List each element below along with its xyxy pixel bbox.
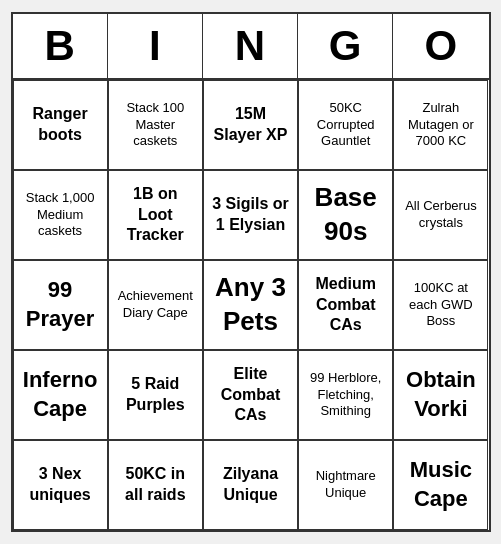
- bingo-cell-22: Zilyana Unique: [203, 440, 298, 530]
- bingo-letter-o: O: [393, 14, 488, 78]
- bingo-cell-7: 3 Sigils or 1 Elysian: [203, 170, 298, 260]
- bingo-cell-6: 1B on Loot Tracker: [108, 170, 203, 260]
- bingo-cell-8: Base 90s: [298, 170, 393, 260]
- bingo-cell-1: Stack 100 Master caskets: [108, 80, 203, 170]
- bingo-letter-i: I: [108, 14, 203, 78]
- bingo-cell-14: 100KC at each GWD Boss: [393, 260, 488, 350]
- bingo-letter-b: B: [13, 14, 108, 78]
- bingo-cell-13: Medium Combat CAs: [298, 260, 393, 350]
- bingo-header: BINGO: [13, 14, 489, 80]
- bingo-cell-17: Elite Combat CAs: [203, 350, 298, 440]
- bingo-cell-19: Obtain Vorki: [393, 350, 488, 440]
- bingo-cell-24: Music Cape: [393, 440, 488, 530]
- bingo-cell-18: 99 Herblore, Fletching, Smithing: [298, 350, 393, 440]
- bingo-cell-2: 15M Slayer XP: [203, 80, 298, 170]
- bingo-cell-3: 50KC Corrupted Gauntlet: [298, 80, 393, 170]
- bingo-cell-4: Zulrah Mutagen or 7000 KC: [393, 80, 488, 170]
- bingo-cell-5: Stack 1,000 Medium caskets: [13, 170, 108, 260]
- bingo-letter-n: N: [203, 14, 298, 78]
- bingo-cell-16: 5 Raid Purples: [108, 350, 203, 440]
- bingo-cell-21: 50KC in all raids: [108, 440, 203, 530]
- bingo-card: BINGO Ranger bootsStack 100 Master caske…: [11, 12, 491, 532]
- bingo-cell-9: All Cerberus crystals: [393, 170, 488, 260]
- bingo-letter-g: G: [298, 14, 393, 78]
- bingo-grid: Ranger bootsStack 100 Master caskets15M …: [13, 80, 489, 530]
- bingo-cell-23: Nightmare Unique: [298, 440, 393, 530]
- bingo-cell-15: Inferno Cape: [13, 350, 108, 440]
- bingo-cell-0: Ranger boots: [13, 80, 108, 170]
- bingo-cell-12: Any 3 Pets: [203, 260, 298, 350]
- bingo-cell-10: 99 Prayer: [13, 260, 108, 350]
- bingo-cell-11: Achievement Diary Cape: [108, 260, 203, 350]
- bingo-cell-20: 3 Nex uniques: [13, 440, 108, 530]
